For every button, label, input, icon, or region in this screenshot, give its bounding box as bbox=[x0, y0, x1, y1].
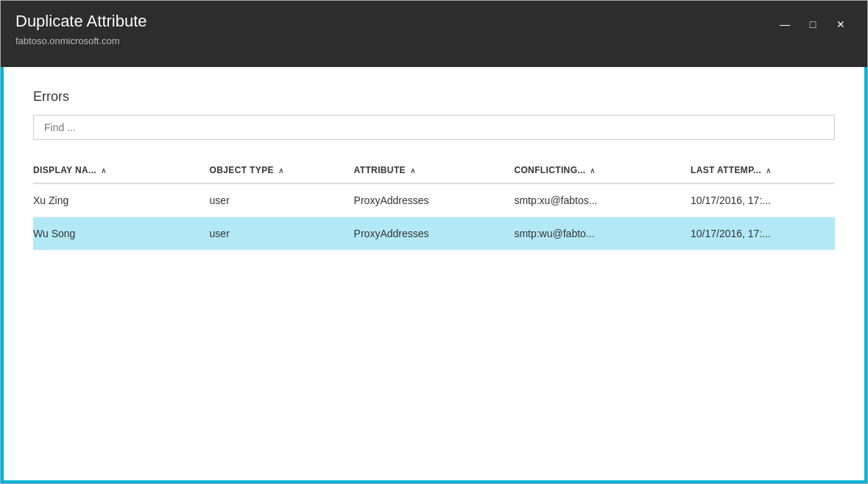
minimize-button[interactable]: — bbox=[773, 14, 797, 35]
window-title: Duplicate Attribute bbox=[15, 11, 147, 32]
window-controls: — □ ✕ bbox=[773, 14, 853, 35]
sort-icon-object: ∧ bbox=[278, 166, 283, 175]
errors-label: Errors bbox=[33, 89, 835, 105]
col-header-object-type[interactable]: OBJECT TYPE ∧ bbox=[210, 158, 354, 183]
sort-icon-display: ∧ bbox=[101, 166, 106, 175]
table-row[interactable]: Xu Zing user ProxyAddresses smtp:xu@fabt… bbox=[33, 183, 835, 217]
cell-last-attempt-1: 10/17/2016, 17:... bbox=[691, 183, 835, 217]
maximize-button[interactable]: □ bbox=[801, 14, 825, 35]
title-bar: Duplicate Attribute fabtoso.onmicrosoft.… bbox=[1, 1, 867, 67]
sort-icon-conflicting: ∧ bbox=[590, 166, 595, 175]
cell-conflicting-1: smtp:xu@fabtos... bbox=[514, 183, 691, 217]
cell-attribute-1: ProxyAddresses bbox=[354, 183, 515, 217]
cell-display-name-2: Wu Song bbox=[33, 217, 210, 250]
search-input[interactable] bbox=[33, 115, 835, 140]
cell-last-attempt-2: 10/17/2016, 17:... bbox=[691, 217, 835, 250]
cell-conflicting-2: smtp:wu@fabto... bbox=[514, 217, 691, 250]
app-window: Duplicate Attribute fabtoso.onmicrosoft.… bbox=[0, 0, 868, 484]
table-row[interactable]: Wu Song user ProxyAddresses smtp:wu@fabt… bbox=[33, 217, 835, 250]
col-header-display-name[interactable]: DISPLAY NA... ∧ bbox=[33, 158, 210, 183]
window-subtitle: fabtoso.onmicrosoft.com bbox=[15, 35, 147, 46]
errors-table: DISPLAY NA... ∧ OBJECT TYPE ∧ ATTRIBUTE bbox=[33, 158, 835, 250]
cell-object-type-1: user bbox=[210, 183, 354, 217]
cell-object-type-2: user bbox=[210, 217, 354, 250]
col-header-conflicting[interactable]: CONFLICTING... ∧ bbox=[514, 158, 691, 183]
cell-display-name-1: Xu Zing bbox=[33, 183, 210, 217]
cell-attribute-2: ProxyAddresses bbox=[354, 217, 515, 250]
sort-icon-last-attempt: ∧ bbox=[766, 166, 771, 175]
close-button[interactable]: ✕ bbox=[829, 14, 853, 35]
sort-icon-attribute: ∧ bbox=[410, 166, 415, 175]
title-bar-left: Duplicate Attribute fabtoso.onmicrosoft.… bbox=[15, 11, 147, 46]
content-area: Errors DISPLAY NA... ∧ OBJECT TYPE ∧ bbox=[1, 67, 867, 483]
col-header-attribute[interactable]: ATTRIBUTE ∧ bbox=[354, 158, 515, 183]
col-header-last-attempt[interactable]: LAST ATTEMP... ∧ bbox=[691, 158, 835, 183]
table-header-row: DISPLAY NA... ∧ OBJECT TYPE ∧ ATTRIBUTE bbox=[33, 158, 835, 183]
